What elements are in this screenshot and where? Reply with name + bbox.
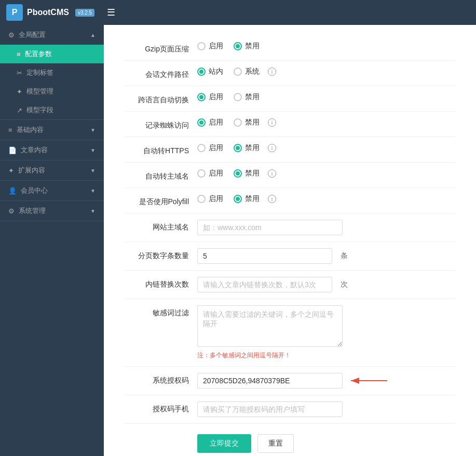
radio-label-domain-auto-disable: 禁用 (245, 169, 260, 178)
form-row-domain-auto: 自动转主域名 启用 禁用 i (125, 163, 455, 188)
radio-group-spider: 启用 禁用 (197, 118, 260, 127)
sidebar-item-label: 文章内容 (21, 145, 86, 155)
control-https: 启用 禁用 i (197, 143, 455, 153)
label-polyfill: 是否使用Polyfill (125, 194, 197, 207)
control-cross-lang: 启用 禁用 (197, 92, 455, 102)
menu-toggle-button[interactable]: ☰ (103, 5, 119, 20)
radio-domain-auto-disable[interactable]: 禁用 (234, 169, 260, 178)
sensitive-block: 注：多个敏感词之间用逗号隔开！ (197, 305, 343, 360)
radio-circle-gzip-disable (234, 42, 242, 50)
radio-circle-spider-disable (234, 118, 242, 127)
logo-icon: P (6, 4, 23, 21)
radio-domain-auto-enable[interactable]: 启用 (197, 169, 223, 178)
logo: P PbootCMS v3.2.5 (6, 4, 94, 21)
sidebar-item-article-content[interactable]: 📄 文章内容 ▼ (0, 140, 104, 160)
sidebar-item-basic-content[interactable]: ≡ 基础内容 ▼ (0, 120, 104, 140)
info-icon-session[interactable]: i (268, 68, 276, 76)
logo-text: PbootCMS (27, 8, 69, 17)
label-domain-auto: 自动转主域名 (125, 169, 197, 181)
list-icon: ≡ (17, 50, 21, 58)
label-gzip: Gzip页面压缩 (125, 42, 197, 54)
label-sensitive: 敏感词过滤 (125, 305, 197, 318)
sidebar-item-label: 会员中心 (21, 186, 86, 195)
label-auth-code: 系统授权码 (125, 373, 197, 385)
sensitive-textarea[interactable] (197, 305, 343, 347)
radio-cross-lang-disable[interactable]: 禁用 (234, 92, 260, 102)
radio-circle-spider-enable (197, 118, 206, 127)
chevron-down-icon: ▼ (90, 188, 96, 194)
auth-code-input[interactable] (197, 373, 343, 388)
model-icon: ✦ (17, 88, 22, 96)
control-polyfill: 启用 禁用 i (197, 194, 455, 204)
chevron-down-icon: ▼ (90, 127, 96, 133)
form-container: Gzip页面压缩 启用 禁用 会话文件路 (104, 25, 476, 456)
info-icon-polyfill[interactable]: i (268, 195, 276, 203)
red-arrow-indicator (346, 373, 387, 388)
radio-circle-https-disable (234, 144, 242, 152)
radio-label-https-disable: 禁用 (245, 143, 260, 153)
form-row-page-num: 分页数字条数量 条 (125, 242, 455, 271)
sidebar-item-model-fields[interactable]: ↗ 模型字段 (0, 101, 104, 119)
label-https: 自动转HTTPS (125, 143, 197, 156)
radio-circle-domain-auto-enable (197, 169, 206, 178)
sidebar-item-model-manage[interactable]: ✦ 模型管理 (0, 82, 104, 101)
auth-section (197, 373, 343, 388)
sidebar-item-global-config[interactable]: ⚙ 全局配置 ▲ (0, 25, 104, 45)
radio-group-cross-lang: 启用 禁用 (197, 92, 260, 102)
radio-label-https-enable: 启用 (209, 143, 223, 153)
sidebar-item-extend-content[interactable]: ✦ 扩展内容 ▼ (0, 160, 104, 180)
sidebar-item-member-center[interactable]: 👤 会员中心 ▼ (0, 181, 104, 200)
info-icon-https[interactable]: i (268, 144, 276, 152)
radio-circle-cross-lang-enable (197, 93, 206, 101)
radio-cross-lang-enable[interactable]: 启用 (197, 92, 223, 102)
form-row-domain: 网站主域名 (125, 213, 455, 242)
settings-icon: ⚙ (8, 207, 15, 215)
control-auth-phone (197, 401, 455, 417)
radio-spider-disable[interactable]: 禁用 (234, 118, 260, 127)
radio-gzip-enable[interactable]: 启用 (197, 42, 223, 51)
domain-input[interactable] (197, 220, 343, 235)
radio-gzip-disable[interactable]: 禁用 (234, 42, 260, 51)
sidebar-item-config-params[interactable]: ≡ 配置参数 (0, 45, 104, 63)
inner-link-suffix: 次 (341, 280, 348, 289)
radio-circle-polyfill-enable (197, 195, 206, 203)
radio-session-system[interactable]: 系统 (234, 67, 260, 76)
version-badge: v3.2.5 (75, 9, 94, 17)
radio-label-spider-disable: 禁用 (245, 118, 260, 127)
sidebar-item-system-manage[interactable]: ⚙ 系统管理 ▼ (0, 201, 104, 221)
page-num-input[interactable] (197, 248, 332, 264)
radio-group-domain-auto: 启用 禁用 (197, 169, 260, 178)
radio-spider-enable[interactable]: 启用 (197, 118, 223, 127)
submit-button[interactable]: 立即提交 (197, 434, 251, 453)
radio-group-https: 启用 禁用 (197, 143, 260, 153)
form-row-polyfill: 是否使用Polyfill 启用 禁用 i (125, 188, 455, 213)
reset-button[interactable]: 重置 (257, 434, 294, 453)
radio-label-polyfill-enable: 启用 (209, 194, 223, 204)
scissors-icon: ✂ (17, 69, 22, 77)
radio-session-site[interactable]: 站内 (197, 67, 223, 76)
radio-https-enable[interactable]: 启用 (197, 143, 223, 153)
radio-https-disable[interactable]: 禁用 (234, 143, 260, 153)
main-layout: ⚙ 全局配置 ▲ ≡ 配置参数 ✂ 定制标签 ✦ 模型管理 ↗ 模型字段 (0, 25, 476, 456)
radio-polyfill-enable[interactable]: 启用 (197, 194, 223, 204)
control-gzip: 启用 禁用 (197, 42, 455, 51)
radio-group-session: 站内 系统 (197, 67, 260, 76)
auth-phone-input[interactable] (197, 401, 343, 417)
inner-link-input[interactable] (197, 277, 332, 292)
control-sensitive: 注：多个敏感词之间用逗号隔开！ (197, 305, 455, 360)
sidebar-section-extend: ✦ 扩展内容 ▼ (0, 160, 104, 181)
radio-label-gzip-disable: 禁用 (245, 42, 260, 51)
radio-label-session-system: 系统 (245, 67, 260, 76)
label-cross-lang: 跨语言自动切换 (125, 92, 197, 105)
radio-polyfill-disable[interactable]: 禁用 (234, 194, 260, 204)
form-row-cross-lang: 跨语言自动切换 启用 禁用 (125, 86, 455, 112)
user-icon: 👤 (8, 187, 17, 195)
info-icon-domain-auto[interactable]: i (268, 169, 276, 178)
sidebar-item-custom-tags[interactable]: ✂ 定制标签 (0, 63, 104, 82)
radio-group-polyfill: 启用 禁用 (197, 194, 260, 204)
control-page-num: 条 (197, 248, 455, 264)
sidebar-item-label: 模型管理 (26, 87, 53, 96)
info-icon-spider[interactable]: i (268, 118, 276, 127)
chevron-up-icon: ▲ (90, 32, 96, 38)
page-num-suffix: 条 (341, 251, 348, 261)
